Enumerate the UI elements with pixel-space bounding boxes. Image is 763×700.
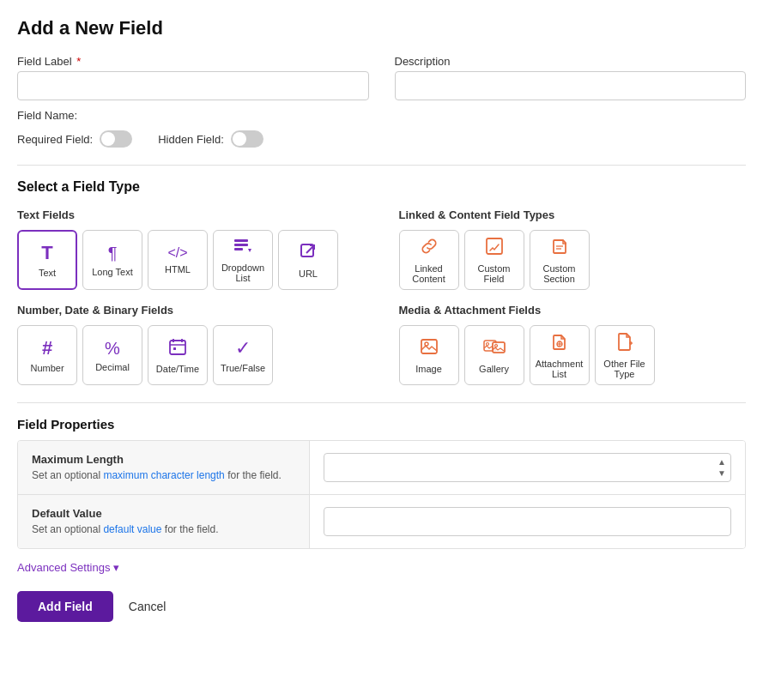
field-type-url[interactable]: URL bbox=[278, 230, 338, 290]
html-icon: </> bbox=[167, 245, 187, 261]
max-length-row: Maximum Length Set an optional maximum c… bbox=[18, 441, 745, 495]
properties-table: Maximum Length Set an optional maximum c… bbox=[17, 440, 746, 549]
field-type-datetime[interactable]: Date/Time bbox=[148, 325, 208, 385]
field-type-decimal-label: Decimal bbox=[95, 362, 130, 372]
svg-rect-11 bbox=[487, 238, 502, 254]
field-type-custom-section[interactable]: Custom Section bbox=[530, 230, 590, 290]
section-divider bbox=[17, 165, 746, 166]
decimal-icon: % bbox=[105, 339, 120, 359]
max-length-input-cell: ▲ ▼ bbox=[310, 441, 745, 494]
text-fields-grid: T Text ¶ Long Text </> HTML bbox=[17, 230, 365, 290]
description-label: Description bbox=[395, 55, 747, 68]
text-fields-title: Text Fields bbox=[17, 208, 365, 221]
field-type-custom-section-label: Custom Section bbox=[534, 263, 585, 284]
max-length-spinbox: ▲ ▼ bbox=[324, 453, 731, 482]
svg-marker-3 bbox=[248, 249, 251, 252]
add-field-button[interactable]: Add Field bbox=[17, 591, 113, 622]
page-title: Add a New Field bbox=[17, 17, 746, 39]
properties-divider bbox=[17, 402, 746, 403]
hidden-field-toggle[interactable] bbox=[231, 130, 263, 148]
field-type-gallery[interactable]: Gallery bbox=[464, 325, 524, 385]
gallery-icon bbox=[483, 337, 506, 360]
media-fields-title: Media & Attachment Fields bbox=[399, 304, 747, 317]
bottom-actions: Add Field Cancel bbox=[17, 591, 746, 622]
field-type-html-label: HTML bbox=[165, 264, 191, 275]
spinbox-down-btn[interactable]: ▼ bbox=[716, 468, 728, 479]
default-value-input[interactable] bbox=[324, 507, 731, 536]
field-type-dropdown-list-label: Dropdown List bbox=[217, 262, 269, 283]
svg-rect-1 bbox=[234, 244, 248, 246]
default-value-row: Default Value Set an optional default va… bbox=[18, 495, 745, 548]
field-type-linked-content-label: Linked Content bbox=[403, 263, 455, 284]
svg-rect-2 bbox=[234, 248, 243, 250]
max-length-label-cell: Maximum Length Set an optional maximum c… bbox=[18, 441, 310, 494]
field-name-label: Field Name: bbox=[17, 109, 77, 122]
svg-rect-18 bbox=[493, 342, 505, 353]
long-text-icon: ¶ bbox=[108, 244, 118, 263]
field-type-long-text-label: Long Text bbox=[92, 267, 133, 277]
truefalse-icon: ✓ bbox=[235, 337, 251, 359]
field-type-attachment-list[interactable]: Attachment List bbox=[530, 325, 590, 385]
field-label-label: Field Label * bbox=[17, 55, 369, 68]
svg-rect-6 bbox=[170, 341, 185, 354]
default-value-title: Default Value bbox=[32, 507, 295, 520]
max-length-input[interactable] bbox=[324, 453, 731, 482]
number-icon: # bbox=[42, 337, 52, 359]
datetime-icon bbox=[168, 337, 187, 360]
field-type-text-label: Text bbox=[39, 268, 56, 278]
required-field-label: Required Field: bbox=[17, 133, 93, 146]
other-file-type-icon bbox=[615, 332, 634, 355]
linked-fields-title: Linked & Content Field Types bbox=[399, 208, 747, 221]
field-type-number-label: Number bbox=[30, 363, 64, 373]
max-length-desc: Set an optional maximum character length… bbox=[32, 469, 295, 481]
svg-rect-10 bbox=[173, 347, 176, 350]
field-type-image[interactable]: Image bbox=[399, 325, 459, 385]
custom-section-icon bbox=[550, 237, 569, 260]
description-input[interactable] bbox=[395, 71, 747, 100]
required-marker: * bbox=[74, 55, 82, 68]
default-value-input-cell bbox=[310, 495, 745, 548]
url-icon bbox=[299, 242, 318, 265]
spinbox-arrows: ▲ ▼ bbox=[716, 457, 728, 479]
field-type-number[interactable]: # Number bbox=[17, 325, 77, 385]
attachment-list-icon bbox=[550, 332, 569, 355]
field-type-html[interactable]: </> HTML bbox=[148, 230, 208, 290]
field-type-other-file-type[interactable]: Other File Type bbox=[595, 325, 655, 385]
custom-field-icon bbox=[485, 237, 504, 260]
spinbox-up-btn[interactable]: ▲ bbox=[716, 457, 728, 468]
max-length-desc-link: maximum character length bbox=[103, 469, 224, 481]
field-label-input[interactable] bbox=[17, 71, 369, 100]
field-type-datetime-label: Date/Time bbox=[156, 364, 199, 374]
select-field-type-title: Select a Field Type bbox=[17, 179, 746, 195]
hidden-field-label: Hidden Field: bbox=[158, 133, 224, 146]
field-type-dropdown-list[interactable]: Dropdown List bbox=[213, 230, 273, 290]
dropdown-list-icon bbox=[233, 238, 252, 259]
required-field-toggle[interactable] bbox=[100, 130, 132, 148]
field-type-long-text[interactable]: ¶ Long Text bbox=[82, 230, 142, 290]
text-icon: T bbox=[41, 242, 52, 264]
field-type-truefalse[interactable]: ✓ True/False bbox=[213, 325, 273, 385]
linked-content-icon bbox=[420, 237, 439, 260]
advanced-settings-link[interactable]: Advanced Settings ▾ bbox=[17, 561, 746, 574]
media-fields-grid: Image bbox=[399, 325, 747, 385]
field-type-image-label: Image bbox=[415, 364, 442, 374]
svg-rect-0 bbox=[234, 239, 248, 242]
default-value-desc-link: default value bbox=[103, 523, 161, 535]
advanced-settings-chevron: ▾ bbox=[113, 561, 119, 574]
field-type-custom-field[interactable]: Custom Field bbox=[464, 230, 524, 290]
number-fields-grid: # Number % Decimal bbox=[17, 325, 365, 385]
svg-rect-14 bbox=[421, 340, 437, 353]
field-type-text[interactable]: T Text bbox=[17, 230, 77, 290]
advanced-settings-label: Advanced Settings bbox=[17, 561, 110, 574]
field-type-decimal[interactable]: % Decimal bbox=[82, 325, 142, 385]
field-type-gallery-label: Gallery bbox=[479, 364, 509, 374]
cancel-button[interactable]: Cancel bbox=[125, 591, 170, 622]
default-value-desc: Set an optional default value for the fi… bbox=[32, 523, 295, 535]
svg-point-17 bbox=[486, 342, 488, 345]
number-fields-title: Number, Date & Binary Fields bbox=[17, 304, 365, 317]
field-properties-title: Field Properties bbox=[17, 417, 746, 431]
image-icon bbox=[420, 337, 439, 360]
field-type-truefalse-label: True/False bbox=[221, 363, 265, 373]
field-type-linked-content[interactable]: Linked Content bbox=[399, 230, 459, 290]
field-type-custom-field-label: Custom Field bbox=[469, 263, 520, 284]
